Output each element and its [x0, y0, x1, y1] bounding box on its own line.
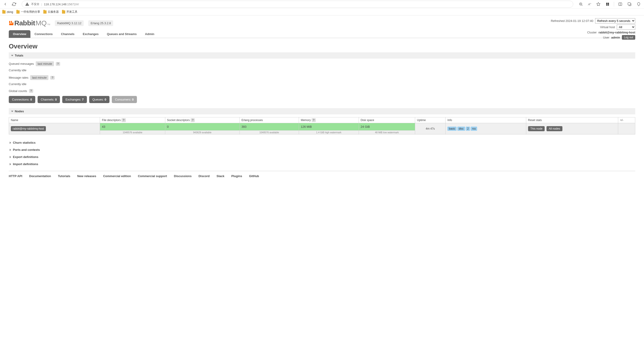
- footer-link[interactable]: HTTP API: [9, 174, 22, 178]
- svg-rect-2: [608, 3, 609, 4]
- url-text: 118.178.124.148:15672/#/: [44, 3, 570, 6]
- footer-link[interactable]: Commercial edition: [103, 174, 131, 178]
- help-icon[interactable]: ?: [50, 76, 55, 80]
- vhost-label: Virtual host: [600, 25, 615, 29]
- info-badge[interactable]: disc: [457, 127, 465, 131]
- connections-count[interactable]: Connections: 0: [9, 96, 35, 103]
- refresh-interval-select[interactable]: Refresh every 5 seconds: [595, 18, 635, 24]
- header-right: Refreshed 2024-01-19 12:07:40 Refresh ev…: [551, 18, 635, 41]
- table-header-row: Name File descriptors ? Socket descripto…: [9, 117, 635, 123]
- info-badge[interactable]: rss: [471, 127, 477, 131]
- back-button[interactable]: [2, 1, 8, 7]
- footer-link[interactable]: New releases: [77, 174, 96, 178]
- footer-link[interactable]: Slack: [217, 174, 224, 178]
- svg-rect-6: [628, 3, 630, 5]
- nodes-section-header[interactable]: Nodes: [9, 108, 635, 114]
- table-row: rabbit@my-rabbitmq-host 43 0 393 126 MiB…: [9, 123, 635, 131]
- bookmark-item[interactable]: zking: [2, 10, 13, 14]
- col-sd: Socket descriptors ?: [165, 117, 240, 123]
- idle-status: Currently idle: [9, 82, 635, 86]
- browser-essentials-icon[interactable]: [636, 1, 642, 7]
- rabbitmq-logo[interactable]: RabbitMQ TM: [9, 19, 50, 27]
- bookmark-item[interactable]: 云服务器: [43, 10, 59, 14]
- footer-link[interactable]: GitHub: [249, 174, 259, 178]
- info-badge[interactable]: basic: [448, 127, 456, 131]
- address-bar[interactable]: 不安全 | 118.178.124.148:15672/#/: [22, 1, 573, 8]
- logout-button[interactable]: Log out: [622, 35, 635, 40]
- chevron-right-icon: [10, 142, 11, 144]
- message-rates-line: Message rates last minute ?: [9, 75, 635, 80]
- svg-rect-3: [606, 5, 607, 6]
- page-content: RabbitMQ TM RabbitMQ 3.12.12 Erlang 25.3…: [0, 16, 644, 186]
- node-name-badge[interactable]: rabbit@my-rabbitmq-host: [11, 126, 46, 131]
- time-range-select[interactable]: last minute: [36, 61, 54, 66]
- extension-icon[interactable]: [604, 1, 610, 7]
- col-disk: Disk space: [359, 117, 415, 123]
- reset-all-nodes-button[interactable]: All nodes: [546, 126, 562, 131]
- user-label: User: [603, 36, 609, 39]
- col-info: Info: [446, 117, 526, 123]
- time-range-select[interactable]: last minute: [30, 75, 48, 80]
- favorite-icon[interactable]: [595, 1, 601, 7]
- chevron-right-icon: [10, 163, 11, 165]
- exchanges-count[interactable]: Exchanges: 7: [62, 96, 87, 103]
- tab-exchanges[interactable]: Exchanges: [78, 30, 103, 38]
- tab-channels[interactable]: Channels: [57, 30, 79, 38]
- refreshed-label: Refreshed 2024-01-19 12:07:40: [551, 19, 593, 23]
- folder-icon: [2, 10, 6, 14]
- mem-cell: 126 MiB: [299, 123, 359, 131]
- svg-rect-8: [11, 21, 12, 23]
- ep-cell: 393: [240, 123, 299, 131]
- import-section-header[interactable]: Import definitions: [9, 161, 635, 168]
- fd-cell: 43: [100, 123, 165, 131]
- info-badge[interactable]: 2: [466, 127, 470, 131]
- tab-admin[interactable]: Admin: [141, 30, 158, 38]
- tab-overview[interactable]: Overview: [9, 30, 30, 38]
- footer-link[interactable]: Documentation: [29, 174, 51, 178]
- help-icon[interactable]: ?: [190, 118, 195, 122]
- erlang-version: Erlang 25.3.2.8: [88, 20, 113, 26]
- collections-icon[interactable]: [626, 1, 632, 7]
- totals-section-header[interactable]: Totals: [9, 52, 635, 59]
- queued-messages-line: Queued messages last minute ?: [9, 61, 635, 66]
- bookmark-item[interactable]: 一些有用的分享: [16, 10, 40, 14]
- tab-connections[interactable]: Connections: [30, 30, 57, 38]
- export-section-header[interactable]: Export definitions: [9, 153, 635, 161]
- col-plusminus[interactable]: +/-: [618, 117, 635, 123]
- svg-rect-1: [606, 3, 607, 4]
- browser-chrome: 不安全 | 118.178.124.148:15672/#/ A» zking …: [0, 0, 644, 16]
- chevron-right-icon: [10, 156, 11, 158]
- consumers-count[interactable]: Consumers: 0: [112, 96, 137, 103]
- help-icon[interactable]: ?: [122, 118, 126, 122]
- reset-this-node-button[interactable]: This node: [528, 126, 545, 131]
- chevron-right-icon: [10, 149, 11, 151]
- read-aloud-icon[interactable]: A»: [587, 2, 592, 7]
- uptime-cell: 4m 47s: [415, 123, 446, 134]
- help-icon[interactable]: ?: [29, 89, 34, 93]
- vhost-select[interactable]: All: [617, 25, 635, 30]
- svg-rect-4: [608, 5, 609, 6]
- toolbar-right: A»: [578, 1, 642, 7]
- refresh-button[interactable]: [11, 1, 17, 7]
- chevron-down-icon: [11, 55, 13, 56]
- rabbitmq-version: RabbitMQ 3.12.12: [55, 20, 84, 26]
- split-screen-icon[interactable]: [617, 1, 623, 7]
- channels-count[interactable]: Channels: 0: [38, 96, 60, 103]
- help-icon[interactable]: ?: [312, 118, 316, 122]
- folder-icon: [16, 10, 20, 14]
- footer-links: HTTP API Documentation Tutorials New rel…: [9, 171, 635, 181]
- bookmarks-bar: zking 一些有用的分享 云服务器 开发工具: [0, 8, 644, 15]
- footer-link[interactable]: Plugins: [232, 174, 242, 178]
- footer-link[interactable]: Commercial support: [138, 174, 167, 178]
- footer-link[interactable]: Discussions: [174, 174, 192, 178]
- ports-section-header[interactable]: Ports and contexts: [9, 146, 635, 153]
- tab-queues[interactable]: Queues and Streams: [103, 30, 141, 38]
- zoom-icon[interactable]: [578, 1, 584, 7]
- help-icon[interactable]: ?: [56, 62, 60, 66]
- node-name-cell: rabbit@my-rabbitmq-host: [9, 123, 100, 134]
- churn-section-header[interactable]: Churn statistics: [9, 139, 635, 146]
- footer-link[interactable]: Tutorials: [58, 174, 70, 178]
- footer-link[interactable]: Discord: [198, 174, 210, 178]
- bookmark-item[interactable]: 开发工具: [62, 10, 78, 14]
- queues-count[interactable]: Queues: 0: [89, 96, 110, 103]
